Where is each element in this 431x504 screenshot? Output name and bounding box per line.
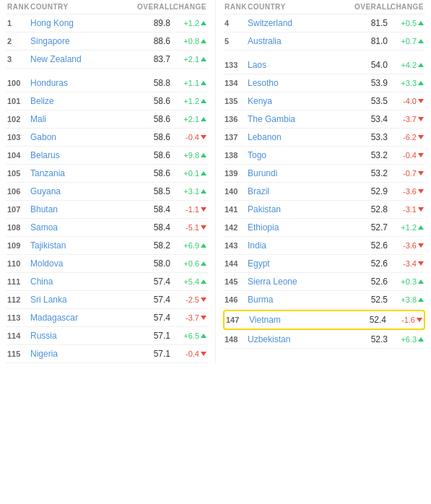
table-row: 102Mali58.6+2.1 bbox=[6, 110, 208, 129]
change-value: -0.4 bbox=[403, 151, 417, 160]
change-cell: -3.7 bbox=[388, 115, 424, 123]
rank-cell: 111 bbox=[7, 277, 30, 286]
rank-cell: 134 bbox=[225, 79, 248, 87]
country-cell: Sri Lanka bbox=[30, 295, 137, 305]
change-cell: -6.2 bbox=[388, 133, 424, 142]
change-value: +0.7 bbox=[401, 37, 417, 45]
right-header-overall: OVERALL bbox=[354, 3, 388, 11]
table-row: 112Sri Lanka57.4-2.5 bbox=[6, 291, 208, 309]
rank-cell: 2 bbox=[7, 37, 30, 45]
country-cell: Lebanon bbox=[248, 132, 354, 142]
change-value: +1.2 bbox=[401, 223, 417, 232]
overall-cell: 57.4 bbox=[137, 313, 170, 323]
country-cell: Pakistan bbox=[248, 204, 354, 214]
country-cell: Bhutan bbox=[30, 204, 137, 214]
table-row: 140Brazil52.9-3.6 bbox=[223, 183, 425, 201]
right-header-change: CHANGE bbox=[388, 3, 424, 11]
up-arrow-icon bbox=[201, 243, 206, 248]
change-value: -2.5 bbox=[186, 295, 199, 304]
country-cell: Sierra Leone bbox=[248, 277, 354, 287]
table-row: 148Uzbekistan52.3+6.3 bbox=[223, 331, 425, 349]
rank-cell: 146 bbox=[225, 295, 248, 304]
country-cell: Tanzania bbox=[30, 168, 137, 178]
change-value: +3.1 bbox=[183, 187, 199, 196]
up-arrow-icon bbox=[418, 297, 424, 302]
overall-cell: 52.9 bbox=[354, 186, 388, 196]
change-value: +3.8 bbox=[401, 295, 417, 304]
country-cell: India bbox=[248, 240, 354, 251]
up-arrow-icon bbox=[201, 99, 206, 103]
overall-cell: 57.4 bbox=[137, 295, 170, 305]
overall-cell: 52.4 bbox=[353, 315, 386, 325]
down-arrow-icon bbox=[418, 207, 424, 212]
down-arrow-icon bbox=[418, 117, 424, 121]
overall-cell: 58.5 bbox=[137, 186, 170, 196]
table-row: 145Sierra Leone52.6+0.3 bbox=[223, 273, 425, 291]
up-arrow-icon bbox=[418, 39, 424, 43]
up-arrow-icon bbox=[201, 39, 206, 43]
overall-cell: 52.6 bbox=[354, 277, 388, 287]
right-header: RANK COUNTRY OVERALL CHANGE bbox=[223, 0, 425, 14]
change-cell: -1.6 bbox=[386, 316, 422, 324]
down-arrow-icon bbox=[201, 135, 206, 139]
change-value: -3.4 bbox=[403, 259, 417, 268]
country-cell: New Zealand bbox=[30, 54, 137, 64]
overall-cell: 58.0 bbox=[137, 258, 170, 269]
rank-cell: 112 bbox=[7, 295, 30, 304]
change-cell: +5.4 bbox=[170, 277, 206, 286]
overall-cell: 58.6 bbox=[137, 168, 170, 178]
table-row: 111China57.4+5.4 bbox=[6, 273, 208, 291]
table-row: 2Singapore88.6+0.8 bbox=[6, 32, 208, 51]
change-cell: -0.4 bbox=[170, 133, 206, 142]
rank-cell: 141 bbox=[225, 205, 248, 214]
rank-cell: 100 bbox=[7, 79, 30, 87]
change-value: -3.1 bbox=[403, 205, 417, 214]
change-cell: +0.5 bbox=[388, 19, 424, 27]
change-cell: +1.1 bbox=[170, 79, 206, 87]
down-arrow-icon bbox=[201, 225, 206, 230]
rank-cell: 102 bbox=[7, 115, 30, 123]
change-cell: +6.3 bbox=[388, 335, 424, 344]
change-cell: -0.4 bbox=[388, 151, 424, 160]
country-cell: Burma bbox=[248, 295, 354, 305]
rank-cell: 135 bbox=[225, 97, 248, 105]
change-value: -5.1 bbox=[186, 223, 199, 232]
table-row: 107Bhutan58.4-1.1 bbox=[6, 201, 208, 219]
overall-cell: 89.8 bbox=[137, 18, 170, 28]
country-cell: Uzbekistan bbox=[248, 334, 354, 344]
country-cell: Switzerland bbox=[248, 18, 354, 28]
table-row: 4Switzerland81.5+0.5 bbox=[223, 14, 425, 32]
change-value: +4.2 bbox=[401, 61, 417, 69]
table-row: 100Honduras58.8+1.1 bbox=[6, 74, 208, 92]
down-arrow-icon bbox=[201, 352, 206, 356]
down-arrow-icon bbox=[201, 316, 206, 320]
change-cell: +6.9 bbox=[170, 241, 206, 250]
change-cell: +6.5 bbox=[170, 331, 206, 340]
right-divider bbox=[223, 51, 425, 56]
up-arrow-icon bbox=[418, 81, 424, 85]
overall-cell: 52.8 bbox=[354, 204, 388, 214]
rank-cell: 5 bbox=[225, 37, 248, 45]
overall-cell: 58.6 bbox=[137, 150, 170, 160]
rank-cell: 110 bbox=[7, 259, 30, 268]
table-row: 141Pakistan52.8-3.1 bbox=[223, 201, 425, 219]
change-cell: -1.1 bbox=[170, 205, 206, 214]
table-row: 104Belarus58.6+9.8 bbox=[6, 147, 208, 165]
country-cell: Singapore bbox=[30, 36, 137, 46]
change-cell: +0.1 bbox=[170, 169, 206, 178]
change-value: -6.2 bbox=[403, 133, 417, 142]
right-header-rank: RANK bbox=[225, 3, 248, 11]
change-cell: +0.8 bbox=[170, 37, 206, 45]
change-value: +9.8 bbox=[183, 151, 199, 160]
down-arrow-icon bbox=[418, 99, 424, 103]
change-value: +0.8 bbox=[183, 37, 199, 45]
overall-cell: 53.4 bbox=[354, 114, 388, 124]
change-cell: -3.1 bbox=[388, 205, 424, 214]
change-value: -1.1 bbox=[186, 205, 199, 214]
right-column: RANK COUNTRY OVERALL CHANGE 4Switzerland… bbox=[217, 0, 431, 363]
change-cell: -5.1 bbox=[170, 223, 206, 232]
up-arrow-icon bbox=[201, 334, 206, 338]
left-divider bbox=[6, 69, 208, 74]
rank-cell: 143 bbox=[225, 241, 248, 250]
down-arrow-icon bbox=[418, 243, 424, 248]
